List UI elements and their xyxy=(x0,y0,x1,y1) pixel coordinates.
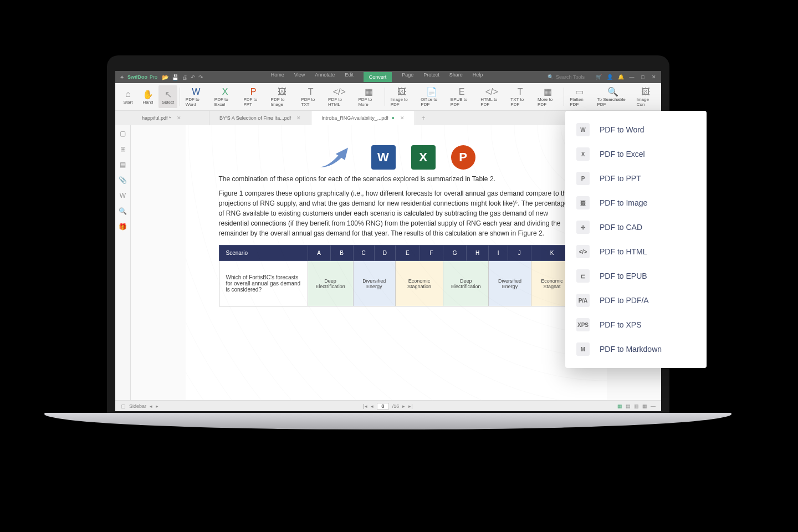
find-icon[interactable]: 🔍 xyxy=(119,207,127,215)
ribbon-to-searchable-pdf[interactable]: 🔍To Searchable PDF xyxy=(594,85,632,108)
save-icon[interactable]: 💾 xyxy=(172,74,178,80)
ribbon-icon: ▦ xyxy=(365,86,373,97)
bell-icon[interactable]: 🔔 xyxy=(618,74,623,80)
page-nav: |◂ ◂ /16 ▸ ▸| xyxy=(363,403,412,410)
convert-option-pdf-to-markdown[interactable]: MPDF to Markdown xyxy=(565,337,707,361)
table-header: F xyxy=(420,245,443,261)
ribbon-label: Hand xyxy=(142,100,153,105)
document-tab[interactable]: Introba_RNGAvailability_...pdf•✕ xyxy=(311,111,415,125)
last-page-icon[interactable]: ▸| xyxy=(408,403,412,409)
convert-option-pdf-to-html[interactable]: </>PDF to HTML xyxy=(565,239,707,264)
ribbon-epub-to-pdf[interactable]: EEPUB to PDF xyxy=(447,85,476,108)
close-icon[interactable]: ✕ xyxy=(651,74,657,80)
ribbon-html-to-pdf[interactable]: </>HTML to PDF xyxy=(477,85,506,108)
thumbnails-icon[interactable]: ⊞ xyxy=(120,145,126,153)
menu-share[interactable]: Share xyxy=(449,72,463,82)
first-page-icon[interactable]: |◂ xyxy=(363,403,367,409)
pdf-to-menu: WPDF to WordXPDF to ExcelPPDF to PPT🖼PDF… xyxy=(565,111,707,368)
layers-icon[interactable]: ▤ xyxy=(120,161,126,168)
ribbon-image-con[interactable]: 🖼Image Con xyxy=(633,85,658,108)
table-header: E xyxy=(395,245,420,261)
convert-option-pdf-to-word[interactable]: WPDF to Word xyxy=(565,117,707,142)
ribbon-pdf-to-txt[interactable]: TPDF to TXT xyxy=(298,85,324,108)
ribbon-label: PDF to Image xyxy=(271,97,294,107)
menu-protect[interactable]: Protect xyxy=(423,72,439,82)
new-tab-button[interactable]: + xyxy=(415,114,432,122)
convert-option-pdf-to-xps[interactable]: XPSPDF to XPS xyxy=(565,313,707,337)
convert-option-pdf-to-pdf-a[interactable]: P/APDF to PDF/A xyxy=(565,288,707,313)
open-icon[interactable]: 📂 xyxy=(162,74,168,80)
bookmark-icon[interactable]: ▢ xyxy=(120,130,126,137)
ribbon-pdf-to-more[interactable]: ▦PDF to More xyxy=(355,85,382,108)
tab-close-icon[interactable]: ✕ xyxy=(177,115,181,121)
ribbon-pdf-to-html[interactable]: </>PDF to HTML xyxy=(325,85,354,108)
ribbon-office-to-pdf[interactable]: 📄Office to PDF xyxy=(417,85,446,108)
ribbon-more-to-pdf[interactable]: ▦More to PDF xyxy=(534,85,561,108)
side-panel: ▢ ⊞ ▤ 📎 W 🔍 🎁 xyxy=(115,125,131,400)
attachment-icon[interactable]: 📎 xyxy=(119,176,127,184)
ribbon-flatten-pdf[interactable]: ▭Flatten PDF xyxy=(566,85,592,108)
view-single-icon[interactable]: ▦ xyxy=(617,403,622,409)
ribbon-icon: 🔍 xyxy=(607,86,618,97)
tab-close-icon[interactable]: ✕ xyxy=(400,115,405,121)
document-tab[interactable]: BY'S A Selection of Fine Ita...pdf✕ xyxy=(209,111,311,125)
ribbon-icon: W xyxy=(192,86,200,97)
conversion-hero: W X P xyxy=(219,141,574,174)
ribbon-label: Office to PDF xyxy=(421,97,443,107)
ribbon-label: To Searchable PDF xyxy=(597,97,628,107)
menu-convert[interactable]: Convert xyxy=(364,72,392,82)
ribbon-pdf-to-word[interactable]: WPDF to Word xyxy=(182,85,210,108)
view-continuous-icon[interactable]: ▤ xyxy=(626,403,631,409)
print-icon[interactable]: 🖨 xyxy=(182,74,187,80)
ribbon-select[interactable]: ↖Select xyxy=(158,85,177,108)
ribbon-pdf-to-image[interactable]: 🖼PDF to Image xyxy=(268,85,297,108)
minimize-icon[interactable]: — xyxy=(629,74,635,80)
user-icon[interactable]: 👤 xyxy=(607,74,612,80)
cart-icon[interactable]: 🛒 xyxy=(596,74,601,80)
table-cell: Economic Stagnation xyxy=(395,261,443,306)
menu-annotate[interactable]: Annotate xyxy=(315,72,335,82)
menu-home[interactable]: Home xyxy=(271,72,284,82)
ribbon-pdf-to-ppt[interactable]: PPDF to PPT xyxy=(240,85,266,108)
convert-option-label: PDF to Markdown xyxy=(600,345,662,354)
tab-close-icon[interactable]: ✕ xyxy=(296,115,301,121)
sidebar-toggle-icon[interactable]: ▢ xyxy=(121,403,126,409)
prev-icon[interactable]: ◂ xyxy=(150,403,152,409)
convert-option-label: PDF to PDF/A xyxy=(600,296,649,305)
convert-option-pdf-to-epub[interactable]: ⊏PDF to EPUB xyxy=(565,264,707,288)
menu-help[interactable]: Help xyxy=(473,72,483,82)
gift-icon[interactable]: 🎁 xyxy=(119,223,127,231)
convert-option-label: PDF to XPS xyxy=(600,320,641,329)
menu-view[interactable]: View xyxy=(294,72,305,82)
ribbon-label: EPUB to PDF xyxy=(451,97,473,107)
ribbon-image-to-pdf[interactable]: 🖼Image to PDF xyxy=(387,85,417,108)
view-book-icon[interactable]: ▦ xyxy=(642,403,647,409)
convert-option-pdf-to-ppt[interactable]: PPDF to PPT xyxy=(565,166,707,191)
menu-edit[interactable]: Edit xyxy=(345,72,354,82)
tag-icon[interactable]: W xyxy=(120,192,126,200)
undo-icon[interactable]: ↶ xyxy=(191,74,195,80)
tab-label: happiful.pdf * xyxy=(142,115,171,121)
convert-option-pdf-to-image[interactable]: 🖼PDF to Image xyxy=(565,191,707,215)
ribbon-label: HTML to PDF xyxy=(480,97,503,107)
menu-page[interactable]: Page xyxy=(402,72,413,82)
prev-page-icon[interactable]: ◂ xyxy=(371,403,374,409)
convert-option-label: PDF to CAD xyxy=(600,223,642,232)
convert-option-icon: P xyxy=(576,172,590,185)
maximize-icon[interactable]: □ xyxy=(640,74,646,80)
ribbon-hand[interactable]: ✋Hand xyxy=(139,85,157,108)
convert-option-pdf-to-excel[interactable]: XPDF to Excel xyxy=(565,142,707,166)
ribbon-start[interactable]: ⌂Start xyxy=(119,85,137,108)
document-tab[interactable]: happiful.pdf *✕ xyxy=(132,111,209,125)
arrow-icon xyxy=(317,144,356,171)
next-page-icon[interactable]: ▸ xyxy=(402,403,405,409)
zoom-out-icon[interactable]: — xyxy=(651,403,656,409)
ribbon-pdf-to-excel[interactable]: XPDF to Excel xyxy=(211,85,239,108)
page-input[interactable] xyxy=(377,403,389,410)
search-tools[interactable]: 🔍 Search Tools xyxy=(548,74,585,80)
convert-option-pdf-to-cad[interactable]: ✛PDF to CAD xyxy=(565,215,707,239)
ribbon-txt-to-pdf[interactable]: TTXT to PDF xyxy=(507,85,533,108)
view-facing-icon[interactable]: ▥ xyxy=(634,403,639,409)
next-icon[interactable]: ▸ xyxy=(156,403,158,409)
redo-icon[interactable]: ↷ xyxy=(198,74,203,80)
